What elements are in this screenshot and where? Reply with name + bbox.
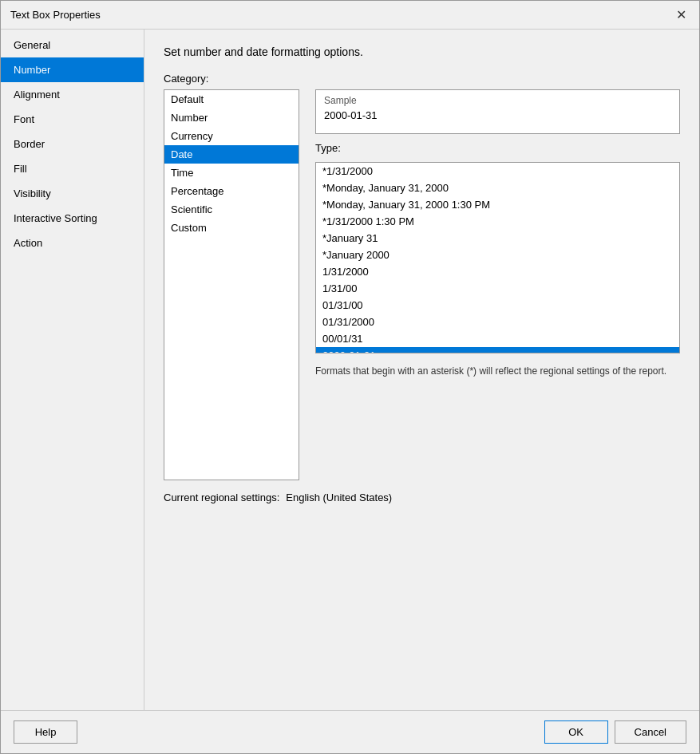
cancel-button[interactable]: Cancel [615,720,686,744]
right-panel: Sample 2000-01-31 Type: *1/31/2000 *Mond… [315,89,680,378]
help-button[interactable]: Help [14,720,77,744]
sidebar-item-visibility[interactable]: Visibility [1,181,144,206]
sample-value: 2000-01-31 [324,109,671,121]
footnote: Formats that begin with an asterisk (*) … [315,365,680,378]
type-list[interactable]: *1/31/2000 *Monday, January 31, 2000 *Mo… [315,162,680,353]
close-button[interactable]: ✕ [672,6,690,24]
sidebar-item-border[interactable]: Border [1,132,144,156]
type-item-7[interactable]: 1/31/2000 [316,263,679,280]
type-label: Type: [315,142,680,154]
sidebar-item-general[interactable]: General [1,33,144,57]
category-item-custom[interactable]: Custom [164,219,299,237]
type-item-2[interactable]: *Monday, January 31, 2000 [316,180,679,196]
sample-box: Sample 2000-01-31 [315,89,680,134]
dialog-body: General Number Alignment Font Border Fil… [1,30,699,710]
sidebar-item-number[interactable]: Number [1,57,144,82]
sidebar-item-fill[interactable]: Fill [1,156,144,181]
type-item-9[interactable]: 01/31/00 [316,297,679,314]
ok-button[interactable]: OK [544,720,608,744]
type-item-4[interactable]: *1/31/2000 1:30 PM [316,213,679,230]
footer-right: OK Cancel [544,720,686,744]
dialog: Text Box Properties ✕ General Number Ali… [0,0,700,754]
type-item-11[interactable]: 00/01/31 [316,330,679,347]
sidebar-item-interactive-sorting[interactable]: Interactive Sorting [1,206,144,231]
dialog-title: Text Box Properties [10,9,101,21]
category-item-scientific[interactable]: Scientific [164,200,299,219]
category-item-percentage[interactable]: Percentage [164,182,299,200]
category-label: Category: [164,73,680,85]
sidebar-item-font[interactable]: Font [1,107,144,132]
sidebar: General Number Alignment Font Border Fil… [1,30,144,710]
title-bar: Text Box Properties ✕ [1,1,699,30]
sidebar-item-action[interactable]: Action [1,231,144,255]
main-content: Set number and date formatting options. … [144,30,699,710]
category-item-default[interactable]: Default [164,90,299,109]
main-header: Set number and date formatting options. [164,45,680,58]
type-item-5[interactable]: *January 31 [316,230,679,247]
category-item-date[interactable]: Date [164,145,299,164]
dialog-footer: Help OK Cancel [1,710,699,753]
regional-label: Current regional settings: [164,491,279,503]
type-item-1[interactable]: *1/31/2000 [316,163,679,180]
type-item-10[interactable]: 01/31/2000 [316,314,679,330]
type-item-8[interactable]: 1/31/00 [316,280,679,297]
category-item-number[interactable]: Number [164,109,299,127]
regional-row: Current regional settings: English (Unit… [164,491,680,503]
type-item-3[interactable]: *Monday, January 31, 2000 1:30 PM [316,196,679,213]
type-item-12[interactable]: 2000-01-31 [316,347,679,353]
category-item-currency[interactable]: Currency [164,127,299,145]
regional-value: English (United States) [286,491,392,503]
sidebar-item-alignment[interactable]: Alignment [1,82,144,107]
type-item-6[interactable]: *January 2000 [316,247,679,263]
sample-label: Sample [324,95,671,106]
category-list[interactable]: Default Number Currency Date Time Percen… [164,89,299,480]
category-item-time[interactable]: Time [164,164,299,182]
content-row: Default Number Currency Date Time Percen… [164,89,680,480]
